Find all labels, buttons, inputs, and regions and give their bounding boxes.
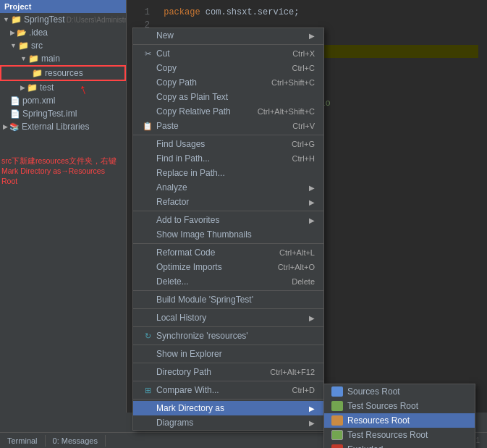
menu-item-show-explorer[interactable]: Show in Explorer	[133, 347, 323, 361]
separator-5	[133, 290, 323, 291]
resources-folder-icon: 📁	[32, 68, 43, 78]
excluded-icon	[331, 444, 343, 448]
menu-item-paste[interactable]: 📋 Paste Ctrl+V	[133, 119, 323, 133]
submenu-item-resources-root[interactable]: Resources Root	[324, 413, 475, 428]
expand-arrow: ▼	[3, 16, 9, 23]
submenu-item-test-resources-root[interactable]: Test Resources Root	[324, 428, 475, 442]
expand-arrow-libs: ▶	[3, 123, 8, 130]
paste-icon: 📋	[142, 122, 153, 131]
code-line-1: 1 package com.shsxt.service;	[135, 6, 478, 19]
sources-root-icon	[331, 386, 343, 397]
separator-4	[133, 243, 323, 244]
diagrams-arrow: ▶	[309, 419, 315, 427]
separator-1	[133, 44, 323, 45]
cut-icon: ✂	[142, 49, 153, 59]
menu-item-analyze[interactable]: Analyze ▶	[133, 180, 323, 195]
menu-item-add-favorites[interactable]: Add to Favorites ▶	[133, 213, 323, 227]
iml-icon: 📄	[10, 109, 20, 119]
new-submenu-arrow: ▶	[309, 32, 315, 40]
favorites-arrow: ▶	[309, 216, 315, 224]
menu-item-optimize[interactable]: Optimize Imports Ctrl+Alt+O	[133, 260, 323, 274]
resources-icon	[331, 415, 343, 426]
submenu-item-test-sources-root[interactable]: Test Sources Root	[324, 399, 475, 413]
analyze-arrow: ▶	[309, 184, 315, 192]
expand-arrow-src: ▼	[10, 42, 17, 49]
menu-item-refactor[interactable]: Refactor ▶	[133, 195, 323, 209]
project-panel: Project ▼ 📁 SpringTest D:\Users\Administ…	[0, 0, 127, 413]
separator-3	[133, 211, 323, 211]
menu-item-find-in-path[interactable]: Find in Path... Ctrl+H	[133, 151, 323, 166]
context-menu: New ▶ ✂ Cut Ctrl+X Copy Ctrl+C Copy Path…	[132, 28, 324, 431]
menu-item-cut[interactable]: ✂ Cut Ctrl+X	[133, 46, 323, 61]
bottom-tab-messages[interactable]: 0: Messages	[46, 435, 106, 447]
menu-item-local-history[interactable]: Local History ▶	[133, 310, 323, 325]
tree-item-resources[interactable]: 📁 resources	[0, 65, 126, 81]
history-arrow: ▶	[309, 314, 315, 322]
libs-icon: 📚	[9, 122, 20, 132]
separator-9	[133, 363, 323, 363]
menu-item-reformat[interactable]: Reformat Code Ctrl+Alt+L	[133, 245, 323, 260]
project-path: D:\Users\Administrator\idea-worksp	[67, 16, 127, 24]
menu-item-show-thumbnails[interactable]: Show Image Thumbnails	[133, 227, 323, 242]
separator-7	[133, 326, 323, 327]
menu-item-copy-plain[interactable]: Copy as Plain Text	[133, 90, 323, 104]
separator-11	[133, 399, 323, 400]
refactor-arrow: ▶	[309, 198, 315, 206]
menu-item-replace-in-path[interactable]: Replace in Path...	[133, 166, 323, 180]
menu-item-directory-path[interactable]: Directory Path Ctrl+Alt+F12	[133, 365, 323, 379]
expand-arrow-idea: ▶	[10, 29, 15, 36]
tree-item-iml[interactable]: 📄 SpringTest.iml	[0, 107, 126, 120]
menu-item-mark-directory[interactable]: Mark Directory as ▶	[133, 401, 323, 415]
idea-icon: 📂	[17, 28, 27, 38]
tree-item-external-libs[interactable]: ▶ 📚 External Libraries	[0, 120, 126, 133]
expand-arrow-test: ▶	[20, 84, 25, 91]
sync-icon: ↻	[142, 331, 153, 341]
separator-10	[133, 381, 323, 381]
separator-6	[133, 308, 323, 309]
test-folder-icon: 📁	[27, 83, 38, 93]
project-panel-title: Project	[0, 0, 126, 13]
xml-icon: 📄	[10, 96, 20, 106]
mark-dir-arrow: ▶	[309, 405, 315, 413]
tree-item-idea[interactable]: ▶ 📂 .idea	[0, 26, 126, 39]
menu-item-build[interactable]: Build Module 'SpringTest'	[133, 292, 323, 307]
annotation-text: src下新建resources文件夹，右键Mark Directory as→R…	[1, 156, 123, 187]
compare-icon: ⊞	[142, 386, 153, 395]
bottom-tab-terminal[interactable]: Terminal	[0, 435, 46, 447]
tree-item-main[interactable]: ▼ 📁 main	[0, 52, 126, 65]
submenu-mark-directory: Sources Root Test Sources Root Resources…	[323, 384, 475, 448]
tree-item-src[interactable]: ▼ 📁 src	[0, 39, 126, 52]
submenu-item-sources-root[interactable]: Sources Root	[324, 384, 475, 399]
expand-arrow-main: ▼	[20, 55, 27, 62]
menu-item-new[interactable]: New ▶	[133, 28, 323, 43]
test-sources-icon	[331, 401, 343, 411]
menu-item-delete[interactable]: Delete... Delete	[133, 274, 323, 289]
tree-item-springtest[interactable]: ▼ 📁 SpringTest D:\Users\Administrator\id…	[0, 13, 126, 26]
menu-item-copy-relative[interactable]: Copy Relative Path Ctrl+Alt+Shift+C	[133, 104, 323, 119]
project-icon: 📁	[11, 14, 22, 25]
separator-8	[133, 345, 323, 345]
menu-item-compare-with[interactable]: ⊞ Compare With... Ctrl+D	[133, 383, 323, 397]
tree-item-test[interactable]: ▶ 📁 test	[0, 81, 126, 94]
menu-item-synchronize[interactable]: ↻ Synchronize 'resources'	[133, 329, 323, 343]
menu-item-copy[interactable]: Copy Ctrl+C	[133, 61, 323, 75]
menu-item-copy-path[interactable]: Copy Path Ctrl+Shift+C	[133, 75, 323, 90]
test-resources-icon	[331, 430, 343, 440]
menu-item-diagrams[interactable]: Diagrams ▶	[133, 415, 323, 430]
separator-2	[133, 135, 323, 135]
tree-item-pom[interactable]: 📄 pom.xml	[0, 94, 126, 107]
main-folder-icon: 📁	[28, 54, 39, 64]
menu-item-find-usages[interactable]: Find Usages Ctrl+G	[133, 137, 323, 151]
submenu-item-excluded[interactable]: Excluded	[324, 442, 475, 448]
src-folder-icon: 📁	[18, 41, 29, 51]
